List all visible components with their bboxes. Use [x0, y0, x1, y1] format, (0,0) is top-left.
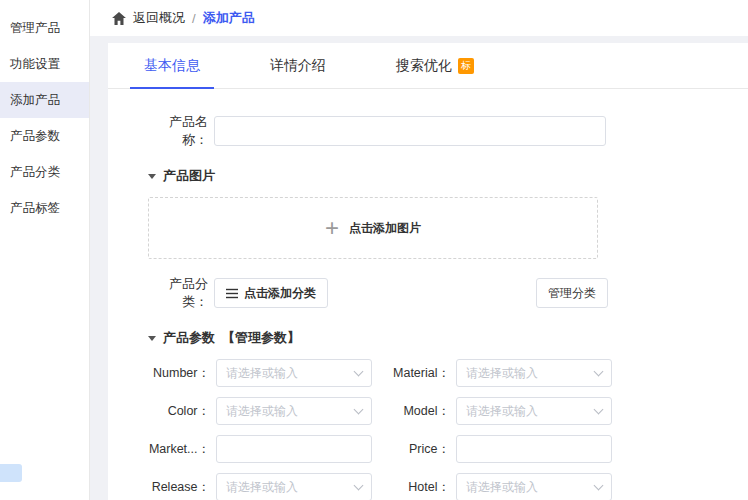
param-select-number[interactable]: 请选择或输入 [216, 359, 372, 387]
product-name-input[interactable] [214, 116, 606, 146]
param-select-release[interactable]: 请选择或输入 [216, 473, 372, 500]
param-select-model[interactable]: 请选择或输入 [456, 397, 612, 425]
param-label: Color： [148, 403, 210, 420]
tab-details[interactable]: 详情介绍 [270, 43, 326, 88]
select-placeholder: 请选择或输入 [466, 403, 538, 420]
content-area: 基本信息 详情介绍 搜索优化 标 产品名称： [90, 36, 748, 500]
sidebar-item-manage-products[interactable]: 管理产品 [0, 10, 89, 46]
param-grid: Number： 请选择或输入 Material： 请选择或输入 [148, 359, 748, 500]
select-placeholder: 请选择或输入 [226, 479, 298, 496]
tab-label: 基本信息 [144, 57, 200, 75]
sidebar: 管理产品 功能设置 添加产品 产品参数 产品分类 产品标签 [0, 0, 90, 500]
upload-label: 点击添加图片 [349, 220, 421, 237]
sidebar-item-add-product[interactable]: 添加产品 [0, 82, 89, 118]
add-category-label: 点击添加分类 [244, 285, 316, 302]
collapse-caret-icon [148, 336, 156, 341]
select-placeholder: 请选择或输入 [466, 479, 538, 496]
params-section-title: 产品参数 [163, 329, 215, 347]
param-label: Model： [380, 403, 450, 420]
chevron-down-icon [594, 404, 604, 414]
breadcrumb-back-link[interactable]: 返回概况 [133, 9, 185, 27]
plus-icon: + [325, 216, 339, 240]
select-placeholder: 请选择或输入 [226, 403, 298, 420]
param-label: Hotel： [380, 479, 450, 496]
chevron-down-icon [354, 366, 364, 376]
list-icon [226, 288, 238, 299]
tab-label: 详情介绍 [270, 57, 326, 75]
param-row: Market...： Price： [148, 435, 748, 463]
tab-basic-info[interactable]: 基本信息 [144, 43, 200, 88]
breadcrumb: 返回概况 / 添加产品 [90, 0, 748, 36]
manage-params-link[interactable]: 【管理参数】 [222, 329, 300, 347]
sidebar-item-product-categories[interactable]: 产品分类 [0, 154, 89, 190]
product-category-label: 产品分类： [148, 275, 208, 311]
collapse-caret-icon [148, 174, 156, 179]
param-row: Number： 请选择或输入 Material： 请选择或输入 [148, 359, 748, 387]
param-label: Number： [148, 365, 210, 382]
param-label: Material： [380, 365, 450, 382]
product-name-row: 产品名称： [148, 113, 608, 149]
breadcrumb-separator: / [192, 11, 196, 26]
breadcrumb-current: 添加产品 [203, 9, 255, 27]
image-section-header[interactable]: 产品图片 [148, 167, 748, 185]
param-label: Release： [148, 479, 210, 496]
add-category-button[interactable]: 点击添加分类 [214, 278, 328, 308]
sidebar-item-function-settings[interactable]: 功能设置 [0, 46, 89, 82]
param-select-material[interactable]: 请选择或输入 [456, 359, 612, 387]
param-row: Release： 请选择或输入 Hotel： 请选择或输入 [148, 473, 748, 500]
tab-label: 搜索优化 [396, 57, 452, 75]
params-section-header[interactable]: 产品参数 【管理参数】 [148, 329, 748, 347]
add-image-dropzone[interactable]: + 点击添加图片 [148, 197, 598, 259]
param-label: Market...： [148, 441, 210, 458]
param-input-market[interactable] [216, 435, 372, 463]
chevron-down-icon [594, 366, 604, 376]
main-area: 返回概况 / 添加产品 基本信息 详情介绍 搜索优化 标 [90, 0, 748, 500]
manage-category-button[interactable]: 管理分类 [536, 278, 608, 308]
param-label: Price： [380, 441, 450, 458]
select-placeholder: 请选择或输入 [466, 365, 538, 382]
main-card: 基本信息 详情介绍 搜索优化 标 产品名称： [108, 43, 748, 500]
chevron-down-icon [354, 480, 364, 490]
tab-search-optimization[interactable]: 搜索优化 标 [396, 43, 474, 88]
product-form: 产品名称： 产品图片 + 点击添加图片 产品分类： [108, 89, 748, 500]
sidebar-bottom-widget[interactable] [0, 464, 22, 482]
sidebar-item-product-tags[interactable]: 产品标签 [0, 190, 89, 226]
product-category-row: 产品分类： 点击添加分类 管理分类 [148, 275, 608, 311]
product-name-label: 产品名称： [148, 113, 208, 149]
param-input-price[interactable] [456, 435, 612, 463]
param-row: Color： 请选择或输入 Model： 请选择或输入 [148, 397, 748, 425]
chevron-down-icon [354, 404, 364, 414]
tab-bar: 基本信息 详情介绍 搜索优化 标 [108, 43, 748, 89]
param-select-color[interactable]: 请选择或输入 [216, 397, 372, 425]
chevron-down-icon [594, 480, 604, 490]
home-icon[interactable] [112, 12, 126, 25]
app-window: 管理产品 功能设置 添加产品 产品参数 产品分类 产品标签 返回概况 / 添加产… [0, 0, 748, 500]
sidebar-item-product-params[interactable]: 产品参数 [0, 118, 89, 154]
image-section-title: 产品图片 [163, 167, 215, 185]
tab-badge: 标 [458, 58, 474, 74]
param-select-hotel[interactable]: 请选择或输入 [456, 473, 612, 500]
select-placeholder: 请选择或输入 [226, 365, 298, 382]
